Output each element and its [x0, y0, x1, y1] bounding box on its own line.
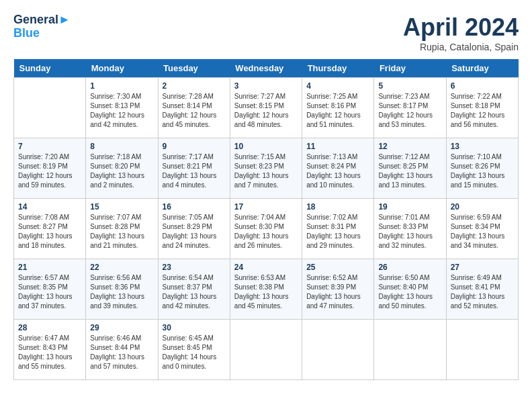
calendar-cell: 5Sunrise: 7:23 AMSunset: 8:17 PMDaylight…	[374, 78, 446, 138]
day-number: 10	[234, 142, 298, 151]
calendar-cell: 10Sunrise: 7:15 AMSunset: 8:23 PMDayligh…	[230, 138, 302, 199]
day-number: 1	[90, 81, 153, 91]
calendar-table: SundayMondayTuesdayWednesdayThursdayFrid…	[13, 59, 519, 380]
calendar-cell: 27Sunrise: 6:49 AMSunset: 8:41 PMDayligh…	[446, 259, 518, 320]
calendar-week-row: 28Sunrise: 6:47 AMSunset: 8:43 PMDayligh…	[14, 320, 519, 380]
cell-info: Sunrise: 6:45 AMSunset: 8:45 PMDaylight:…	[163, 334, 226, 371]
calendar-day-header: Sunday	[14, 59, 86, 78]
calendar-week-row: 14Sunrise: 7:08 AMSunset: 8:27 PMDayligh…	[14, 199, 519, 259]
cell-info: Sunrise: 7:13 AMSunset: 8:24 PMDaylight:…	[306, 152, 369, 190]
calendar-cell: 18Sunrise: 7:02 AMSunset: 8:31 PMDayligh…	[302, 199, 374, 259]
cell-info: Sunrise: 6:46 AMSunset: 8:44 PMDaylight:…	[90, 334, 153, 371]
day-number: 3	[234, 81, 298, 91]
day-number: 15	[90, 202, 153, 212]
calendar-header-row: SundayMondayTuesdayWednesdayThursdayFrid…	[14, 59, 519, 78]
day-number: 27	[451, 263, 514, 272]
cell-info: Sunrise: 7:18 AMSunset: 8:20 PMDaylight:…	[90, 152, 153, 190]
calendar-cell: 13Sunrise: 7:10 AMSunset: 8:26 PMDayligh…	[446, 138, 518, 199]
calendar-cell: 26Sunrise: 6:50 AMSunset: 8:40 PMDayligh…	[374, 259, 446, 320]
month-title: April 2024	[403, 13, 519, 42]
cell-info: Sunrise: 7:25 AMSunset: 8:16 PMDaylight:…	[306, 92, 369, 130]
day-number: 4	[306, 81, 369, 91]
title-block: April 2024 Rupia, Catalonia, Spain	[403, 13, 519, 52]
calendar-cell	[14, 78, 86, 138]
calendar-week-row: 21Sunrise: 6:57 AMSunset: 8:35 PMDayligh…	[14, 259, 519, 320]
logo: General►Blue	[13, 13, 71, 40]
calendar-cell: 9Sunrise: 7:17 AMSunset: 8:21 PMDaylight…	[158, 138, 230, 199]
calendar-day-header: Friday	[374, 59, 446, 78]
location: Rupia, Catalonia, Spain	[403, 42, 519, 52]
calendar-cell: 2Sunrise: 7:28 AMSunset: 8:14 PMDaylight…	[158, 78, 230, 138]
cell-info: Sunrise: 6:54 AMSunset: 8:37 PMDaylight:…	[163, 273, 226, 311]
day-number: 25	[306, 263, 369, 272]
cell-info: Sunrise: 6:50 AMSunset: 8:40 PMDaylight:…	[378, 273, 441, 311]
calendar-cell: 19Sunrise: 7:01 AMSunset: 8:33 PMDayligh…	[374, 199, 446, 259]
calendar-cell: 15Sunrise: 7:07 AMSunset: 8:28 PMDayligh…	[86, 199, 158, 259]
day-number: 16	[163, 202, 226, 212]
day-number: 18	[306, 202, 369, 212]
calendar-cell: 20Sunrise: 6:59 AMSunset: 8:34 PMDayligh…	[446, 199, 518, 259]
cell-info: Sunrise: 6:57 AMSunset: 8:35 PMDaylight:…	[18, 273, 81, 311]
calendar-cell: 28Sunrise: 6:47 AMSunset: 8:43 PMDayligh…	[14, 320, 86, 380]
calendar-cell: 24Sunrise: 6:53 AMSunset: 8:38 PMDayligh…	[230, 259, 302, 320]
cell-info: Sunrise: 7:20 AMSunset: 8:19 PMDaylight:…	[18, 152, 81, 190]
cell-info: Sunrise: 7:22 AMSunset: 8:18 PMDaylight:…	[451, 92, 514, 130]
day-number: 20	[451, 202, 514, 212]
cell-info: Sunrise: 6:59 AMSunset: 8:34 PMDaylight:…	[451, 213, 514, 250]
day-number: 5	[378, 81, 441, 91]
calendar-cell: 16Sunrise: 7:05 AMSunset: 8:29 PMDayligh…	[158, 199, 230, 259]
cell-info: Sunrise: 7:27 AMSunset: 8:15 PMDaylight:…	[234, 92, 298, 130]
calendar-cell: 7Sunrise: 7:20 AMSunset: 8:19 PMDaylight…	[14, 138, 86, 199]
cell-info: Sunrise: 7:04 AMSunset: 8:30 PMDaylight:…	[234, 213, 298, 250]
day-number: 30	[163, 323, 226, 332]
cell-info: Sunrise: 7:08 AMSunset: 8:27 PMDaylight:…	[18, 213, 81, 250]
calendar-body: 1Sunrise: 7:30 AMSunset: 8:13 PMDaylight…	[14, 78, 519, 380]
cell-info: Sunrise: 7:17 AMSunset: 8:21 PMDaylight:…	[163, 152, 226, 190]
day-number: 8	[90, 142, 153, 151]
calendar-cell: 12Sunrise: 7:12 AMSunset: 8:25 PMDayligh…	[374, 138, 446, 199]
cell-info: Sunrise: 7:12 AMSunset: 8:25 PMDaylight:…	[378, 152, 441, 190]
cell-info: Sunrise: 7:30 AMSunset: 8:13 PMDaylight:…	[90, 92, 153, 130]
calendar-day-header: Monday	[86, 59, 158, 78]
calendar-cell: 25Sunrise: 6:52 AMSunset: 8:39 PMDayligh…	[302, 259, 374, 320]
day-number: 28	[18, 323, 81, 332]
cell-info: Sunrise: 7:10 AMSunset: 8:26 PMDaylight:…	[451, 152, 514, 190]
day-number: 11	[306, 142, 369, 151]
calendar-cell: 23Sunrise: 6:54 AMSunset: 8:37 PMDayligh…	[158, 259, 230, 320]
calendar-cell: 4Sunrise: 7:25 AMSunset: 8:16 PMDaylight…	[302, 78, 374, 138]
day-number: 26	[378, 263, 441, 272]
day-number: 9	[163, 142, 226, 151]
calendar-cell: 17Sunrise: 7:04 AMSunset: 8:30 PMDayligh…	[230, 199, 302, 259]
cell-info: Sunrise: 7:02 AMSunset: 8:31 PMDaylight:…	[306, 213, 369, 250]
calendar-cell	[446, 320, 518, 380]
cell-info: Sunrise: 7:01 AMSunset: 8:33 PMDaylight:…	[378, 213, 441, 250]
cell-info: Sunrise: 7:23 AMSunset: 8:17 PMDaylight:…	[378, 92, 441, 130]
day-number: 6	[451, 81, 514, 91]
day-number: 29	[90, 323, 153, 332]
cell-info: Sunrise: 6:56 AMSunset: 8:36 PMDaylight:…	[90, 273, 153, 311]
day-number: 14	[18, 202, 81, 212]
calendar-cell: 3Sunrise: 7:27 AMSunset: 8:15 PMDaylight…	[230, 78, 302, 138]
day-number: 24	[234, 263, 298, 272]
day-number: 17	[234, 202, 298, 212]
calendar-cell: 30Sunrise: 6:45 AMSunset: 8:45 PMDayligh…	[158, 320, 230, 380]
day-number: 22	[90, 263, 153, 272]
cell-info: Sunrise: 7:05 AMSunset: 8:29 PMDaylight:…	[163, 213, 226, 250]
day-number: 13	[451, 142, 514, 151]
day-number: 23	[163, 263, 226, 272]
page-header: General►Blue April 2024 Rupia, Catalonia…	[13, 13, 519, 52]
calendar-day-header: Tuesday	[158, 59, 230, 78]
logo-text: General►Blue	[13, 13, 71, 40]
calendar-cell: 21Sunrise: 6:57 AMSunset: 8:35 PMDayligh…	[14, 259, 86, 320]
calendar-day-header: Saturday	[446, 59, 518, 78]
calendar-cell	[230, 320, 302, 380]
calendar-cell: 11Sunrise: 7:13 AMSunset: 8:24 PMDayligh…	[302, 138, 374, 199]
calendar-cell	[302, 320, 374, 380]
calendar-cell: 6Sunrise: 7:22 AMSunset: 8:18 PMDaylight…	[446, 78, 518, 138]
cell-info: Sunrise: 6:49 AMSunset: 8:41 PMDaylight:…	[451, 273, 514, 311]
calendar-cell	[374, 320, 446, 380]
day-number: 7	[18, 142, 81, 151]
calendar-cell: 29Sunrise: 6:46 AMSunset: 8:44 PMDayligh…	[86, 320, 158, 380]
calendar-cell: 8Sunrise: 7:18 AMSunset: 8:20 PMDaylight…	[86, 138, 158, 199]
calendar-day-header: Thursday	[302, 59, 374, 78]
